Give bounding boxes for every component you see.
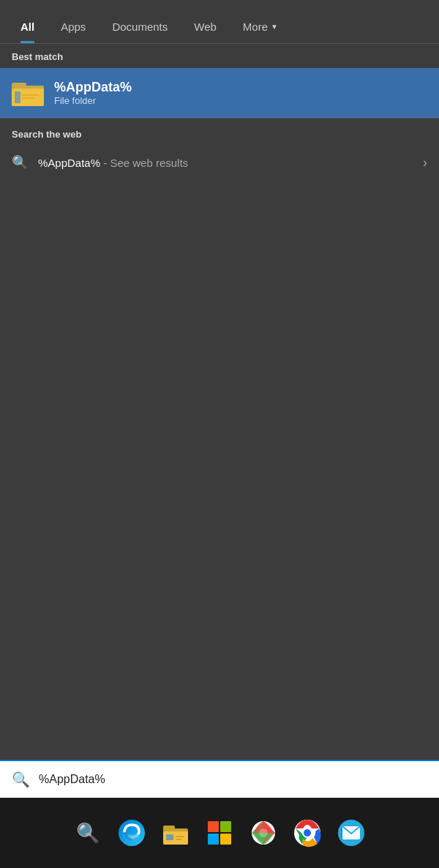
microsoft-store-icon	[205, 818, 234, 848]
taskbar-chrome-button[interactable]	[288, 814, 326, 852]
svg-rect-4	[22, 94, 40, 96]
svg-rect-8	[163, 826, 175, 831]
svg-rect-11	[176, 836, 184, 837]
tab-bar: All Apps Documents Web More ▼	[0, 0, 439, 44]
chrome-icon	[293, 818, 322, 848]
taskbar-search-icon: 🔍	[76, 822, 100, 845]
taskbar-file-explorer-button[interactable]	[157, 814, 195, 852]
web-search-suffix: - See web results	[100, 157, 188, 169]
svg-rect-16	[220, 834, 231, 845]
web-search-item[interactable]: 🔍 %AppData% - See web results ›	[0, 147, 439, 178]
best-match-item[interactable]: %AppData% File folder	[0, 68, 439, 118]
taskbar-edge-button[interactable]	[113, 814, 151, 852]
svg-rect-1	[12, 83, 26, 89]
taskbar-mail-button[interactable]	[332, 814, 370, 852]
svg-rect-15	[208, 834, 219, 845]
svg-rect-10	[166, 834, 173, 840]
edge-icon	[117, 818, 146, 848]
svg-rect-14	[220, 821, 231, 832]
taskbar: 🔍	[0, 798, 439, 868]
search-input[interactable]	[39, 773, 427, 786]
web-search-text: %AppData% - See web results	[38, 157, 413, 169]
search-bar: 🔍	[0, 760, 439, 798]
svg-point-21	[304, 829, 311, 837]
folder-icon	[12, 78, 44, 108]
best-match-header: Best match	[0, 44, 439, 68]
svg-rect-5	[22, 97, 35, 99]
best-match-subtitle: File folder	[54, 95, 132, 106]
tab-apps[interactable]: Apps	[48, 13, 99, 43]
web-search-query: %AppData%	[38, 157, 100, 169]
chevron-down-icon: ▼	[271, 23, 278, 31]
tab-web[interactable]: Web	[181, 13, 230, 43]
chevron-right-icon: ›	[423, 155, 427, 171]
tab-documents[interactable]: Documents	[99, 13, 181, 43]
best-match-title: %AppData%	[54, 80, 132, 95]
tab-more-label: More	[243, 20, 268, 33]
svg-rect-12	[176, 839, 181, 840]
best-match-text: %AppData% File folder	[54, 80, 132, 106]
web-search-header: Search the web	[0, 119, 439, 147]
taskbar-store-button[interactable]	[200, 814, 239, 852]
svg-rect-3	[15, 91, 20, 103]
svg-rect-13	[208, 821, 219, 832]
search-panel: All Apps Documents Web More ▼ Best match	[0, 0, 439, 798]
web-search-icon: 🔍	[12, 154, 28, 171]
taskbar-search-button[interactable]: 🔍	[69, 814, 107, 852]
mail-icon	[337, 818, 366, 848]
tab-more[interactable]: More ▼	[230, 13, 291, 43]
empty-results-area	[0, 178, 439, 760]
paint3d-icon	[249, 818, 278, 848]
search-bar-icon: 🔍	[12, 771, 30, 788]
file-explorer-icon	[161, 818, 190, 848]
taskbar-paint3d-button[interactable]	[244, 814, 282, 852]
tab-all[interactable]: All	[7, 13, 48, 43]
